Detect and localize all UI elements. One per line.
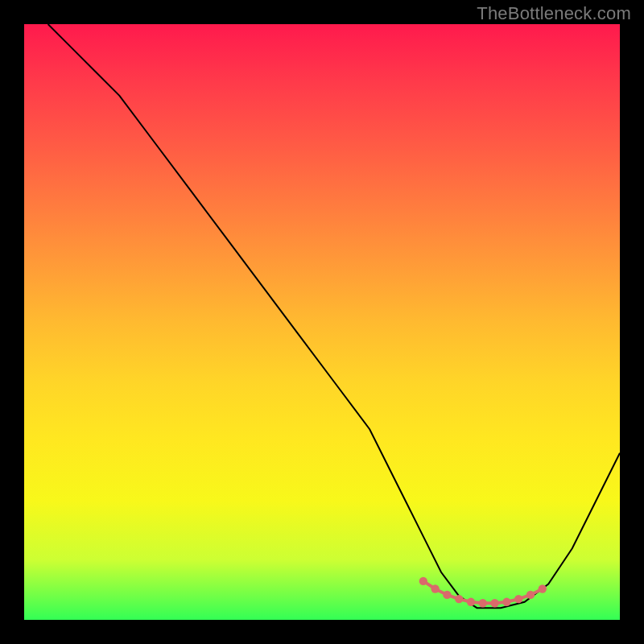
optimal-range-dot [539, 584, 547, 592]
chart-frame: TheBottleneck.com [0, 0, 644, 644]
optimal-range-dot [490, 599, 498, 607]
optimal-range-dot [419, 577, 427, 585]
optimal-range-dot [514, 595, 522, 603]
optimal-range-dot [443, 591, 451, 599]
optimal-range-markers [419, 577, 547, 608]
optimal-range-dot [502, 598, 510, 606]
optimal-range-dot [479, 599, 487, 607]
optimal-range-dot [467, 598, 475, 606]
optimal-range-dot [455, 595, 463, 603]
watermark-text: TheBottleneck.com [477, 3, 631, 24]
curve-svg [24, 24, 620, 620]
bottleneck-curve [48, 24, 620, 608]
optimal-range-dot [526, 591, 535, 599]
plot-area [24, 24, 620, 620]
optimal-range-dot [431, 584, 439, 592]
